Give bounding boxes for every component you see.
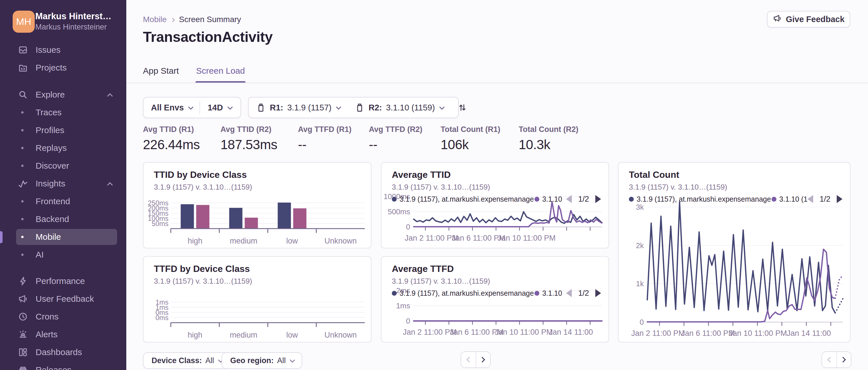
panel-total-count: Total Count 3.1.9 (1157) v. 3.1.10…(1159… <box>618 162 850 342</box>
sidebar-item-backend[interactable]: Backend <box>16 211 117 227</box>
give-feedback-button[interactable]: Give Feedback <box>767 11 850 28</box>
svg-text:1k: 1k <box>636 279 644 288</box>
header-divider <box>126 82 868 83</box>
breadcrumb-current: Screen Summary <box>179 15 241 24</box>
bullet-icon <box>21 200 24 202</box>
svg-text:medium: medium <box>229 237 257 245</box>
svg-text:Unknown: Unknown <box>324 237 357 245</box>
panel-average-ttfd: Average TTFD 3.1.9 (1157) v. 3.1.10…(115… <box>381 256 609 342</box>
search-icon <box>18 90 28 100</box>
chevron-right-icon <box>170 18 175 22</box>
legend-next-icon[interactable] <box>595 289 601 297</box>
env-filter[interactable]: All Envs <box>144 98 199 117</box>
svg-text:low: low <box>286 237 298 245</box>
chevron-down-icon <box>188 104 193 109</box>
svg-text:Jan 14 11:00: Jan 14 11:00 <box>549 328 593 336</box>
svg-text:Jan 2 11:00 PM: Jan 2 11:00 PM <box>403 328 456 336</box>
sidebar-item-ai[interactable]: AI <box>16 247 117 263</box>
legend-next-icon[interactable] <box>837 195 842 203</box>
svg-text:2k: 2k <box>636 241 644 250</box>
total-count-pagination <box>822 351 851 368</box>
svg-text:Unknown: Unknown <box>324 331 357 339</box>
bullet-icon <box>21 147 24 149</box>
chevron-right-icon <box>840 357 846 363</box>
page-title: TransactionActivity <box>143 29 273 45</box>
screen-summary-page: { "colors": { "r1_series": "#444674", "r… <box>0 0 868 370</box>
sidebar-item-projects[interactable]: Projects <box>16 60 117 76</box>
tab-app-start[interactable]: App Start <box>143 66 179 82</box>
sidebar-item-releases[interactable]: Releases <box>16 362 117 370</box>
sidebar-item-explore[interactable]: Explore <box>16 87 117 103</box>
next-page-button[interactable] <box>476 352 490 367</box>
sidebar-item-discover[interactable]: Discover <box>16 158 117 174</box>
svg-text:0: 0 <box>406 223 410 231</box>
next-page-button[interactable] <box>836 352 851 367</box>
performance-icon <box>18 276 28 286</box>
sidebar-item-alerts[interactable]: Alerts <box>16 327 117 342</box>
sidebar-item-profiles[interactable]: Profiles <box>16 122 117 138</box>
svg-text:high: high <box>188 237 203 245</box>
svg-text:Jan 6 11:00 PM: Jan 6 11:00 PM <box>681 329 735 338</box>
svg-text:medium: medium <box>229 331 257 339</box>
package-icon <box>256 103 266 112</box>
stat-avg-ttfd-r2-: Avg TTFD (R2) -- <box>369 125 422 152</box>
projects-icon <box>18 63 28 73</box>
sidebar-item-issues[interactable]: Issues <box>16 42 117 58</box>
svg-text:Jan 10 11:00 PM: Jan 10 11:00 PM <box>495 328 553 336</box>
stat-avg-ttid-r2-: Avg TTID (R2) 187.53ms <box>220 125 277 152</box>
series-r2-dot <box>534 291 539 296</box>
legend-pager: 1/2 <box>807 195 842 204</box>
chart-legend: 3.1.9 (1157), at.markushi.expensemanage … <box>629 194 842 204</box>
breadcrumb: Mobile Screen Summary <box>143 15 241 24</box>
sidebar-item-user-feedback[interactable]: User Feedback <box>16 291 117 307</box>
sidebar-item-frontend[interactable]: Frontend <box>16 193 117 209</box>
sidebar-item-replays[interactable]: Replays <box>16 140 117 156</box>
chart-legend: 3.1.9 (1157), at.markushi.expensemanage … <box>392 288 601 298</box>
feedback-icon <box>18 294 28 304</box>
sidebar-item-traces[interactable]: Traces <box>16 104 117 121</box>
bullet-icon <box>21 254 24 256</box>
svg-text:3k: 3k <box>636 203 644 211</box>
legend-next-icon[interactable] <box>595 195 601 203</box>
release-2-filter[interactable]: R2: 3.1.10 (1159) <box>347 98 451 117</box>
legend-pager: 1/2 <box>566 289 601 298</box>
bullet-icon <box>21 129 24 131</box>
svg-text:0: 0 <box>640 318 644 327</box>
svg-text:Jan 10 11:00 PM: Jan 10 11:00 PM <box>498 234 556 242</box>
prev-page-button[interactable] <box>461 352 476 367</box>
tab-screen-load[interactable]: Screen Load <box>196 66 245 82</box>
legend-prev-icon[interactable] <box>566 195 572 203</box>
bullet-icon <box>21 236 24 238</box>
issues-icon <box>18 45 28 55</box>
device-class-filter[interactable]: Device Class: All <box>143 352 230 369</box>
svg-text:high: high <box>188 331 203 339</box>
bullet-icon <box>21 218 24 220</box>
chevron-up-icon <box>107 182 113 188</box>
insights-icon <box>18 178 28 189</box>
sidebar-item-dashboards[interactable]: Dashboards <box>16 344 117 360</box>
prev-page-button[interactable] <box>822 352 836 367</box>
breadcrumb-mobile-link[interactable]: Mobile <box>143 15 166 24</box>
alerts-icon <box>18 329 28 340</box>
swap-releases-button[interactable] <box>451 103 474 112</box>
sidebar-item-performance[interactable]: Performance <box>16 273 117 289</box>
sidebar-item-mobile[interactable]: Mobile <box>16 229 117 245</box>
svg-text:low: low <box>286 331 298 339</box>
legend-prev-icon[interactable] <box>566 289 572 297</box>
sidebar-item-crons[interactable]: Crons <box>16 309 117 325</box>
legend-prev-icon[interactable] <box>807 195 813 203</box>
release-1-filter[interactable]: R1: 3.1.9 (1157) <box>249 98 347 117</box>
releases-icon <box>18 365 28 370</box>
sidebar-item-insights[interactable]: Insights <box>16 175 117 192</box>
series-r1-dot <box>392 197 397 202</box>
bullet-icon <box>21 111 24 113</box>
chevron-down-icon <box>336 104 341 109</box>
dashboards-icon <box>18 347 28 358</box>
period-filter[interactable]: 14D <box>200 98 239 117</box>
charts-pagination <box>461 351 491 368</box>
sidebar-nav: Issues Projects Explore Traces Profiles … <box>0 0 126 370</box>
chart-legend: 3.1.9 (1157), at.markushi.expensemanage … <box>392 194 601 204</box>
stat-avg-ttid-r1-: Avg TTID (R1) 226.44ms <box>143 125 200 152</box>
geo-region-filter[interactable]: Geo region: All <box>222 352 302 369</box>
svg-text:0ms: 0ms <box>156 314 168 322</box>
